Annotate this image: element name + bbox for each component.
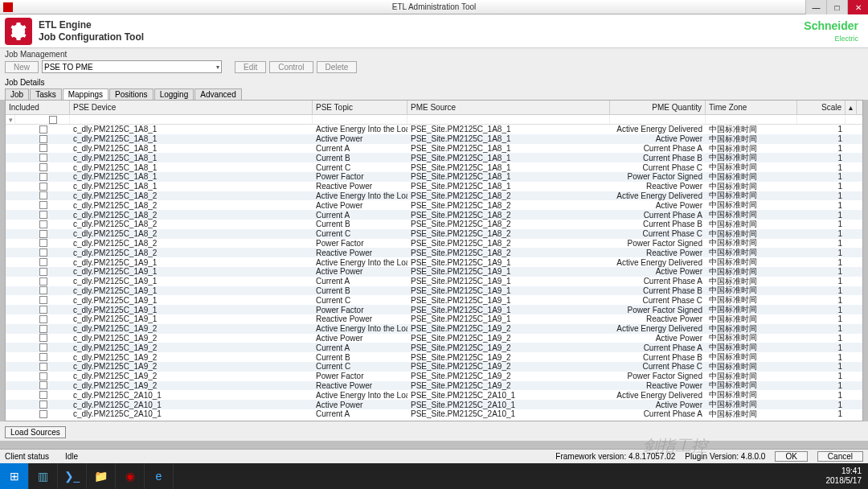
cancel-button[interactable]: Cancel	[817, 451, 863, 462]
cell-pme-source: PSE_Site.PM2125C_2A10_1	[407, 400, 610, 409]
col-pme-source[interactable]: PME Source	[407, 101, 610, 114]
row-included-checkbox[interactable]	[39, 201, 47, 209]
row-included-checkbox[interactable]	[39, 315, 47, 323]
tab-advanced[interactable]: Advanced	[194, 88, 241, 100]
col-scale[interactable]: Scale	[797, 101, 845, 114]
job-select-combo[interactable]: PSE TO PME▾	[42, 60, 222, 73]
table-row[interactable]: c_dly.PM2125C_1A8_1Current APSE_Site.PM2…	[6, 144, 862, 154]
table-row[interactable]: c_dly.PM2125C_1A8_2Power FactorPSE_Site.…	[6, 239, 862, 249]
row-included-checkbox[interactable]	[39, 353, 47, 361]
tab-logging[interactable]: Logging	[154, 88, 194, 100]
table-row[interactable]: c_dly.PM2125C_2A10_1Active Energy Into t…	[6, 390, 862, 400]
row-included-checkbox[interactable]	[39, 125, 47, 134]
control-button[interactable]: Control	[269, 61, 313, 73]
load-sources-button[interactable]: Load Sources	[5, 426, 66, 438]
table-row[interactable]: c_dly.PM2125C_1A9_2Active PowerPSE_Site.…	[6, 334, 862, 343]
taskbar-powershell-icon[interactable]: ❯_	[58, 463, 87, 489]
row-included-checkbox[interactable]	[39, 325, 47, 333]
table-row[interactable]: c_dly.PM2125C_1A8_1Power FactorPSE_Site.…	[6, 172, 862, 182]
table-row[interactable]: c_dly.PM2125C_1A9_1Current CPSE_Site.PM2…	[6, 295, 862, 305]
col-pse-topic[interactable]: PSE Topic	[313, 101, 407, 114]
row-included-checkbox[interactable]	[39, 154, 47, 162]
tab-positions[interactable]: Positions	[109, 88, 154, 100]
table-row[interactable]: c_dly.PM2125C_1A8_2Current APSE_Site.PM2…	[6, 210, 862, 220]
new-button[interactable]: New	[5, 61, 39, 73]
table-row[interactable]: c_dly.PM2125C_1A9_1Active Energy Into th…	[6, 257, 862, 267]
row-included-checkbox[interactable]	[39, 286, 47, 294]
table-row[interactable]: c_dly.PM2125C_1A9_2Power FactorPSE_Site.…	[6, 372, 862, 381]
table-row[interactable]: c_dly.PM2125C_2A10_1Active PowerPSE_Site…	[6, 400, 862, 409]
tab-tasks[interactable]: Tasks	[30, 88, 62, 100]
row-included-checkbox[interactable]	[39, 334, 47, 342]
col-time-zone[interactable]: Time Zone	[706, 101, 797, 114]
table-row[interactable]: c_dly.PM2125C_1A9_1Power FactorPSE_Site.…	[6, 305, 862, 314]
col-pme-quantity[interactable]: PME Quantity	[610, 101, 706, 114]
taskbar-explorer-icon[interactable]: 📁	[87, 463, 116, 489]
row-included-checkbox[interactable]	[39, 258, 47, 266]
cell-pse-topic: Active Power	[313, 334, 407, 343]
row-included-checkbox[interactable]	[39, 268, 47, 276]
row-included-checkbox[interactable]	[39, 372, 47, 380]
maximize-button[interactable]: □	[826, 0, 847, 14]
table-row[interactable]: c_dly.PM2125C_1A9_1Reactive PowerPSE_Sit…	[6, 314, 862, 324]
table-row[interactable]: c_dly.PM2125C_1A9_2Reactive PowerPSE_Sit…	[6, 381, 862, 391]
row-included-checkbox[interactable]	[39, 163, 47, 171]
row-included-checkbox[interactable]	[39, 296, 47, 304]
row-included-checkbox[interactable]	[39, 144, 47, 152]
tab-mappings[interactable]: Mappings	[63, 88, 108, 100]
row-included-checkbox[interactable]	[39, 363, 47, 371]
table-row[interactable]: c_dly.PM2125C_1A9_2Current BPSE_Site.PM2…	[6, 352, 862, 362]
filter-row[interactable]: ▾	[6, 115, 862, 125]
table-row[interactable]: c_dly.PM2125C_1A9_2Current APSE_Site.PM2…	[6, 343, 862, 352]
row-included-checkbox[interactable]	[39, 220, 47, 228]
table-row[interactable]: c_dly.PM2125C_1A8_1Active Energy Into th…	[6, 125, 862, 134]
table-row[interactable]: c_dly.PM2125C_1A8_1Active PowerPSE_Site.…	[6, 134, 862, 144]
close-button[interactable]: ✕	[847, 0, 868, 14]
col-included[interactable]: Included	[6, 101, 70, 114]
table-row[interactable]: c_dly.PM2125C_1A8_2Active Energy Into th…	[6, 191, 862, 201]
table-row[interactable]: c_dly.PM2125C_1A8_1Current CPSE_Site.PM2…	[6, 162, 862, 172]
row-included-checkbox[interactable]	[39, 239, 47, 247]
row-included-checkbox[interactable]	[39, 249, 47, 257]
table-row[interactable]: c_dly.PM2125C_1A8_1Current BPSE_Site.PM2…	[6, 153, 862, 162]
row-included-checkbox[interactable]	[39, 306, 47, 314]
start-button[interactable]: ⊞	[0, 463, 29, 489]
row-included-checkbox[interactable]	[39, 173, 47, 181]
ok-button[interactable]: OK	[775, 451, 807, 462]
row-included-checkbox[interactable]	[39, 135, 47, 143]
taskbar-ie-icon[interactable]: e	[145, 463, 174, 489]
table-row[interactable]: c_dly.PM2125C_1A9_1Current APSE_Site.PM2…	[6, 277, 862, 286]
row-included-checkbox[interactable]	[39, 211, 47, 219]
system-tray[interactable]: 19:41 2018/5/17	[820, 466, 869, 486]
cell-pse-topic: Active Power	[313, 134, 407, 144]
row-included-checkbox[interactable]	[39, 343, 47, 351]
row-included-checkbox[interactable]	[39, 391, 47, 399]
table-row[interactable]: c_dly.PM2125C_1A9_2Current CPSE_Site.PM2…	[6, 362, 862, 372]
table-row[interactable]: c_dly.PM2125C_1A8_2Current CPSE_Site.PM2…	[6, 229, 862, 239]
delete-button[interactable]: Delete	[317, 61, 358, 73]
table-row[interactable]: c_dly.PM2125C_2A10_1Current APSE_Site.PM…	[6, 409, 862, 419]
row-included-checkbox[interactable]	[39, 191, 47, 199]
table-row[interactable]: c_dly.PM2125C_1A9_1Active PowerPSE_Site.…	[6, 267, 862, 277]
row-included-checkbox[interactable]	[39, 410, 47, 418]
edit-button[interactable]: Edit	[235, 61, 266, 73]
table-row[interactable]: c_dly.PM2125C_1A8_2Active PowerPSE_Site.…	[6, 200, 862, 210]
row-included-checkbox[interactable]	[39, 277, 47, 286]
table-row[interactable]: c_dly.PM2125C_1A8_2Reactive PowerPSE_Sit…	[6, 248, 862, 257]
minimize-button[interactable]: —	[805, 0, 826, 14]
table-row[interactable]: c_dly.PM2125C_1A9_1Current BPSE_Site.PM2…	[6, 286, 862, 296]
cell-pme-source: PSE_Site.PM2125C_2A10_1	[407, 409, 610, 419]
row-included-checkbox[interactable]	[39, 401, 47, 409]
tab-job[interactable]: Job	[5, 88, 29, 100]
row-included-checkbox[interactable]	[39, 381, 47, 389]
filter-included-checkbox[interactable]	[49, 116, 57, 124]
row-included-checkbox[interactable]	[39, 230, 47, 238]
taskbar-app-icon[interactable]: ◉	[116, 463, 145, 489]
table-row[interactable]: c_dly.PM2125C_1A8_1Reactive PowerPSE_Sit…	[6, 182, 862, 191]
col-pse-device[interactable]: PSE Device	[70, 101, 313, 114]
row-included-checkbox[interactable]	[39, 183, 47, 191]
taskbar-server-manager-icon[interactable]: ▥	[29, 463, 58, 489]
table-row[interactable]: c_dly.PM2125C_1A9_2Active Energy Into th…	[6, 324, 862, 334]
table-row[interactable]: c_dly.PM2125C_1A8_2Current BPSE_Site.PM2…	[6, 220, 862, 229]
table-body[interactable]: c_dly.PM2125C_1A8_1Active Energy Into th…	[6, 125, 862, 421]
